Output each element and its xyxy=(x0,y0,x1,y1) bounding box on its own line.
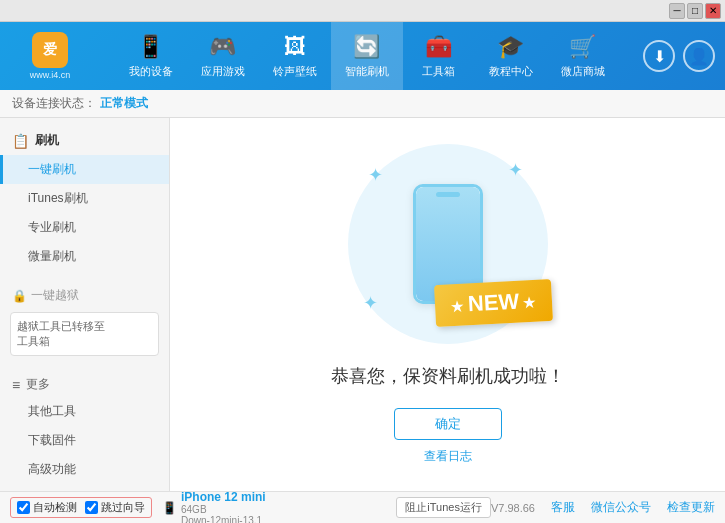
nav-right-buttons: ⬇ 👤 xyxy=(643,40,715,72)
bottom-bar: 自动检测 跳过向导 📱 iPhone 12 mini 64GB Down-12m… xyxy=(0,491,725,523)
nav-ringtone-label: 铃声壁纸 xyxy=(273,64,317,79)
wechat-link[interactable]: 微信公众号 xyxy=(591,499,651,516)
logo-icon: 爱 xyxy=(32,32,68,68)
nav-my-device-label: 我的设备 xyxy=(129,64,173,79)
logo-area[interactable]: 爱 www.i4.cn xyxy=(10,32,90,80)
apps-games-icon: 🎮 xyxy=(209,34,236,60)
itunes-flash-label: iTunes刷机 xyxy=(28,191,88,205)
auto-detect-input[interactable] xyxy=(17,501,30,514)
sidebar-item-other-tools[interactable]: 其他工具 xyxy=(0,397,169,426)
download-button[interactable]: ⬇ xyxy=(643,40,675,72)
maximize-button[interactable]: □ xyxy=(687,3,703,19)
main-area: ✦ ✦ ✦ NEW 恭喜您，保资料刷机成功啦！ 确定 查看日志 xyxy=(170,118,725,491)
sparkle-icon-3: ✦ xyxy=(363,292,378,314)
more-section-header: ≡ 更多 xyxy=(0,372,169,397)
smart-flash-icon: 🔄 xyxy=(353,34,380,60)
info-box-line2: 工具箱 xyxy=(17,334,152,349)
check-update-link[interactable]: 检查更新 xyxy=(667,499,715,516)
ringtone-icon: 🖼 xyxy=(284,34,306,60)
logo-text-icon: 爱 xyxy=(43,41,57,59)
nav-smart-flash-label: 智能刷机 xyxy=(345,64,389,79)
auto-detect-checkbox[interactable]: 自动检测 xyxy=(17,500,77,515)
jailbreak-label: 一键越狱 xyxy=(31,287,79,304)
nav-smart-flash[interactable]: 🔄 智能刷机 xyxy=(331,22,403,90)
skip-wizard-input[interactable] xyxy=(85,501,98,514)
flash-section-header: 📋 刷机 xyxy=(0,126,169,155)
minimize-button[interactable]: ─ xyxy=(669,3,685,19)
auto-detect-label: 自动检测 xyxy=(33,500,77,515)
nav-items: 📱 我的设备 🎮 应用游戏 🖼 铃声壁纸 🔄 智能刷机 🧰 工具箱 🎓 教程中心… xyxy=(90,22,643,90)
lock-icon: 🔒 xyxy=(12,289,27,303)
nav-apps-games[interactable]: 🎮 应用游戏 xyxy=(187,22,259,90)
nav-tutorial[interactable]: 🎓 教程中心 xyxy=(475,22,547,90)
status-label: 设备连接状态： xyxy=(12,95,96,112)
illustration: ✦ ✦ ✦ NEW xyxy=(338,144,558,344)
nav-toolbox-label: 工具箱 xyxy=(422,64,455,79)
sidebar-info-box: 越狱工具已转移至 工具箱 xyxy=(10,312,159,356)
nav-apps-games-label: 应用游戏 xyxy=(201,64,245,79)
success-message: 恭喜您，保资料刷机成功啦！ xyxy=(331,364,565,388)
nav-weidian-label: 微店商城 xyxy=(561,64,605,79)
device-info: iPhone 12 mini 64GB Down-12mini-13,1 xyxy=(181,490,266,524)
device-storage: 64GB xyxy=(181,504,266,515)
status-bar: 设备连接状态： 正常模式 xyxy=(0,90,725,118)
more-icon: ≡ xyxy=(12,377,20,393)
sparkle-icon-1: ✦ xyxy=(368,164,383,186)
service-link[interactable]: 客服 xyxy=(551,499,575,516)
logo-url: www.i4.cn xyxy=(30,70,71,80)
toolbox-icon: 🧰 xyxy=(425,34,452,60)
stop-itunes-button[interactable]: 阻止iTunes运行 xyxy=(396,497,491,518)
main-content: 📋 刷机 一键刷机 iTunes刷机 专业刷机 微量刷机 🔒 一键越狱 越狱工具… xyxy=(0,118,725,491)
skip-wizard-checkbox[interactable]: 跳过向导 xyxy=(85,500,145,515)
header: 爱 www.i4.cn 📱 我的设备 🎮 应用游戏 🖼 铃声壁纸 🔄 智能刷机 … xyxy=(0,22,725,90)
sidebar-item-advanced[interactable]: 高级功能 xyxy=(0,455,169,484)
sparkle-icon-2: ✦ xyxy=(508,159,523,181)
nav-weidian[interactable]: 🛒 微店商城 xyxy=(547,22,619,90)
log-link[interactable]: 查看日志 xyxy=(424,448,472,465)
nav-ringtone[interactable]: 🖼 铃声壁纸 xyxy=(259,22,331,90)
nav-tutorial-label: 教程中心 xyxy=(489,64,533,79)
new-badge: NEW xyxy=(434,279,553,327)
status-value: 正常模式 xyxy=(100,95,148,112)
micro-flash-label: 微量刷机 xyxy=(28,249,76,263)
one-key-flash-label: 一键刷机 xyxy=(28,162,76,176)
sidebar: 📋 刷机 一键刷机 iTunes刷机 专业刷机 微量刷机 🔒 一键越狱 越狱工具… xyxy=(0,118,170,491)
advanced-label: 高级功能 xyxy=(28,462,76,476)
weidian-icon: 🛒 xyxy=(569,34,596,60)
other-tools-label: 其他工具 xyxy=(28,404,76,418)
download-fw-label: 下载固件 xyxy=(28,433,76,447)
nav-toolbox[interactable]: 🧰 工具箱 xyxy=(403,22,475,90)
pro-flash-label: 专业刷机 xyxy=(28,220,76,234)
device-row: 📱 iPhone 12 mini 64GB Down-12mini-13,1 xyxy=(162,490,266,524)
flash-section-label: 刷机 xyxy=(35,132,59,149)
phone-notch xyxy=(436,192,460,197)
title-bar: ─ □ ✕ xyxy=(0,0,725,22)
close-button[interactable]: ✕ xyxy=(705,3,721,19)
user-button[interactable]: 👤 xyxy=(683,40,715,72)
tutorial-icon: 🎓 xyxy=(497,34,524,60)
sidebar-item-pro-flash[interactable]: 专业刷机 xyxy=(0,213,169,242)
sidebar-jailbreak-locked: 🔒 一键越狱 xyxy=(0,283,169,308)
info-box-line1: 越狱工具已转移至 xyxy=(17,319,152,334)
sidebar-item-one-key-flash[interactable]: 一键刷机 xyxy=(0,155,169,184)
skip-wizard-label: 跳过向导 xyxy=(101,500,145,515)
device-version: Down-12mini-13,1 xyxy=(181,515,266,524)
version-text: V7.98.66 xyxy=(491,502,535,514)
sidebar-item-itunes-flash[interactable]: iTunes刷机 xyxy=(0,184,169,213)
nav-my-device[interactable]: 📱 我的设备 xyxy=(115,22,187,90)
more-section-label: 更多 xyxy=(26,376,50,393)
device-icon: 📱 xyxy=(162,501,177,515)
my-device-icon: 📱 xyxy=(137,34,164,60)
sidebar-item-micro-flash[interactable]: 微量刷机 xyxy=(0,242,169,271)
confirm-button[interactable]: 确定 xyxy=(394,408,502,440)
device-name: iPhone 12 mini xyxy=(181,490,266,504)
bottom-right: V7.98.66 客服 微信公众号 检查更新 xyxy=(491,499,715,516)
checkbox-group: 自动检测 跳过向导 xyxy=(10,497,152,518)
flash-section-icon: 📋 xyxy=(12,133,29,149)
bottom-left: 自动检测 跳过向导 📱 iPhone 12 mini 64GB Down-12m… xyxy=(10,490,266,524)
sidebar-item-download-fw[interactable]: 下载固件 xyxy=(0,426,169,455)
